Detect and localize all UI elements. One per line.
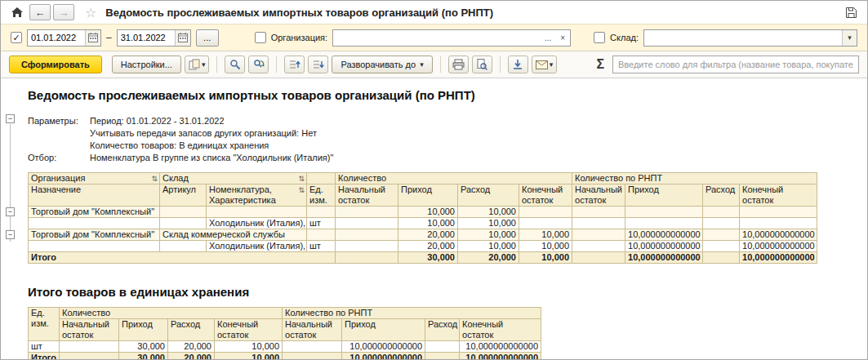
cell[interactable]: 10,000 — [458, 207, 519, 218]
cell[interactable] — [336, 229, 398, 241]
cell[interactable] — [572, 252, 625, 264]
cell[interactable]: 30,000 — [398, 252, 458, 264]
cell[interactable]: 10,000 — [398, 218, 458, 229]
cell[interactable]: 10,000000000000 — [342, 353, 425, 360]
cell[interactable] — [336, 252, 398, 264]
cell[interactable] — [572, 229, 625, 241]
sort-icon[interactable]: ⇅ — [298, 185, 305, 196]
find-button[interactable] — [225, 56, 245, 73]
sort-icon[interactable]: ⇅ — [151, 174, 158, 184]
column-header[interactable]: Приход — [119, 319, 168, 341]
cell[interactable] — [519, 218, 572, 229]
column-header[interactable]: Конечный остаток — [460, 319, 541, 341]
cell[interactable] — [703, 229, 740, 241]
generate-button[interactable]: Сформировать — [9, 56, 102, 73]
expand-groups-button[interactable] — [308, 56, 328, 73]
cell[interactable] — [336, 241, 398, 252]
column-header[interactable]: Расход — [703, 184, 740, 207]
date-from-input[interactable] — [28, 30, 85, 46]
column-header[interactable]: Количество по РНПТ — [283, 308, 541, 319]
cell[interactable] — [425, 353, 460, 360]
cell[interactable]: 10,000000000000 — [740, 252, 817, 264]
cell[interactable] — [519, 207, 572, 218]
save-file-button[interactable] — [508, 56, 528, 73]
cell[interactable]: 10,000 — [398, 207, 458, 218]
print-preview-button[interactable] — [472, 56, 492, 73]
period-more-button[interactable]: ... — [196, 29, 219, 47]
cell[interactable] — [307, 229, 336, 241]
cell[interactable] — [336, 218, 398, 229]
settings-button[interactable]: Настройки... — [112, 56, 181, 73]
cell[interactable]: 10,000 — [215, 341, 283, 353]
cell[interactable]: 20,000 — [398, 241, 458, 252]
sum-icon[interactable]: Σ — [596, 57, 604, 72]
column-header[interactable]: Расход — [458, 184, 519, 207]
cell[interactable]: 10,000000000000 — [625, 229, 703, 241]
cell[interactable]: 10,000 — [458, 229, 519, 241]
cell[interactable]: шт — [307, 241, 336, 252]
cell[interactable]: 10,000000000000 — [740, 241, 817, 252]
cell[interactable]: шт — [307, 218, 336, 229]
column-header[interactable]: Начальный остаток — [572, 184, 625, 207]
print-button[interactable] — [448, 56, 469, 73]
cell[interactable] — [283, 353, 342, 360]
cell[interactable]: 10,000000000000 — [740, 229, 817, 241]
column-header[interactable]: Назначение — [29, 184, 160, 207]
cell[interactable]: Итого — [29, 252, 336, 264]
warehouse-input[interactable] — [644, 30, 842, 46]
collapse-groups-button[interactable] — [284, 56, 305, 73]
cell[interactable] — [703, 252, 740, 264]
column-header[interactable]: Номенклатура, Характеристика⇅ — [207, 184, 307, 207]
org-select-button[interactable]: ... — [541, 30, 555, 46]
cell[interactable] — [60, 353, 119, 360]
cell[interactable]: Склад коммерческой службы — [160, 229, 307, 241]
cell[interactable] — [625, 218, 703, 229]
cell[interactable]: 10,000000000000 — [342, 341, 425, 353]
column-header[interactable]: Расход — [425, 319, 460, 341]
favorite-star-icon[interactable]: ☆ — [85, 5, 96, 20]
cell[interactable] — [703, 218, 740, 229]
cell[interactable]: 10,000 — [458, 218, 519, 229]
cell[interactable]: 10,000000000000 — [625, 241, 703, 252]
collapse-report-button[interactable]: − — [6, 114, 15, 123]
cell[interactable] — [29, 241, 160, 252]
column-header[interactable]: Начальный остаток — [283, 319, 342, 341]
cell[interactable]: 10,000 — [519, 252, 572, 264]
cell[interactable]: 10,000000000000 — [460, 353, 541, 360]
column-header[interactable]: Конечный остаток — [519, 184, 572, 207]
cell[interactable]: 10,000000000000 — [460, 341, 541, 353]
column-header[interactable]: Организация⇅ — [29, 173, 160, 184]
column-header[interactable]: Количество — [336, 173, 572, 184]
cell[interactable] — [703, 207, 740, 218]
column-header[interactable]: Начальный остаток — [60, 319, 119, 341]
cell[interactable] — [29, 218, 160, 229]
cell[interactable]: 20,000 — [168, 353, 215, 360]
expand-to-button[interactable]: Разворачивать до ▾ — [332, 56, 432, 73]
cell[interactable] — [740, 218, 817, 229]
cell[interactable] — [283, 341, 342, 353]
column-header[interactable]: Конечный остаток — [740, 184, 817, 207]
cell[interactable]: 10,000000000000 — [625, 252, 703, 264]
home-icon[interactable] — [7, 4, 27, 20]
cell[interactable]: 10,000 — [519, 229, 572, 241]
org-clear-button[interactable]: × — [555, 30, 570, 46]
calendar-icon[interactable] — [175, 30, 190, 46]
cell[interactable]: 10,000 — [215, 353, 283, 360]
report-variants-button[interactable]: ▾ — [185, 56, 210, 73]
cell[interactable] — [160, 207, 207, 218]
back-button[interactable]: ← — [29, 4, 51, 20]
column-header[interactable]: Артикул — [160, 184, 207, 207]
org-input[interactable] — [333, 30, 541, 46]
cell[interactable] — [336, 207, 398, 218]
cell[interactable]: Холодильник (Италия), — [207, 218, 307, 229]
cell[interactable] — [60, 341, 119, 353]
find-next-button[interactable] — [248, 56, 269, 73]
warehouse-checkbox[interactable] — [594, 32, 605, 43]
cell[interactable] — [703, 241, 740, 252]
period-checkbox[interactable]: ✓ — [11, 32, 22, 43]
collapse-group-button[interactable]: − — [6, 207, 15, 216]
column-header[interactable]: Количество — [60, 308, 283, 319]
send-email-button[interactable]: ▾ — [532, 56, 558, 73]
column-header[interactable]: Ед. изм. — [307, 184, 336, 207]
collapse-group-button[interactable]: − — [6, 230, 15, 239]
